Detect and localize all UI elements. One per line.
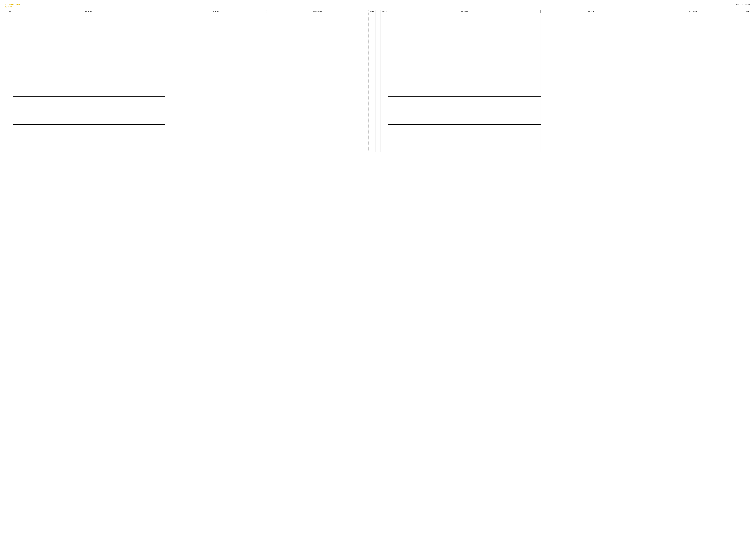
picture-cell-right-5[interactable] bbox=[388, 125, 541, 152]
logo-area: STORYBOARD 絵コンテ bbox=[5, 3, 20, 8]
picture-cell-right-4[interactable] bbox=[388, 97, 541, 125]
logo-storyboard: STORYBOARD bbox=[5, 3, 20, 5]
col-picture-header-left: PICTURE bbox=[13, 10, 165, 13]
col-dialogue-header-right: DIALOGUE bbox=[642, 10, 744, 13]
production-label: PRODUCTION: bbox=[736, 3, 751, 5]
col-cuts-header-right: CUTS bbox=[381, 10, 388, 13]
col-action-header-right: ACTION bbox=[541, 10, 642, 13]
sheet-right-content bbox=[381, 13, 751, 152]
dialogue-column-left[interactable] bbox=[267, 13, 368, 152]
picture-cell-right-3[interactable] bbox=[388, 69, 541, 97]
picture-column-left bbox=[13, 13, 165, 152]
picture-cell-left-4[interactable] bbox=[13, 97, 165, 125]
time-column-right[interactable] bbox=[744, 13, 751, 152]
sheet-left: CUTS PICTURE ACTION DIALOGUE TIME bbox=[5, 10, 375, 152]
picture-cell-left-3[interactable] bbox=[13, 69, 165, 97]
page-header: STORYBOARD 絵コンテ PRODUCTION: bbox=[5, 3, 751, 8]
col-action-header-left: ACTION bbox=[165, 10, 267, 13]
col-time-header-left: TIME bbox=[368, 10, 375, 13]
action-column-left[interactable] bbox=[165, 13, 267, 152]
sheet-right-header: CUTS PICTURE ACTION DIALOGUE TIME bbox=[381, 10, 751, 13]
cuts-column-right bbox=[381, 13, 388, 152]
col-cuts-header-left: CUTS bbox=[5, 10, 13, 13]
action-column-right[interactable] bbox=[541, 13, 642, 152]
picture-cell-left-5[interactable] bbox=[13, 125, 165, 152]
logo-japanese: 絵コンテ bbox=[5, 5, 13, 8]
col-time-header-right: TIME bbox=[744, 10, 751, 13]
time-column-left[interactable] bbox=[368, 13, 375, 152]
picture-cell-left-2[interactable] bbox=[13, 41, 165, 69]
sheet-left-header: CUTS PICTURE ACTION DIALOGUE TIME bbox=[5, 10, 375, 13]
col-dialogue-header-left: DIALOGUE bbox=[267, 10, 368, 13]
picture-cell-left-1[interactable] bbox=[13, 13, 165, 41]
picture-cell-right-2[interactable] bbox=[388, 41, 541, 69]
col-picture-header-right: PICTURE bbox=[388, 10, 541, 13]
cuts-column-left bbox=[5, 13, 13, 152]
sheets-container: CUTS PICTURE ACTION DIALOGUE TIME CUTS P… bbox=[5, 10, 751, 152]
sheet-left-content bbox=[5, 13, 375, 152]
sheet-right: CUTS PICTURE ACTION DIALOGUE TIME bbox=[381, 10, 751, 152]
dialogue-column-right[interactable] bbox=[642, 13, 744, 152]
picture-column-right bbox=[388, 13, 541, 152]
picture-cell-right-1[interactable] bbox=[388, 13, 541, 41]
